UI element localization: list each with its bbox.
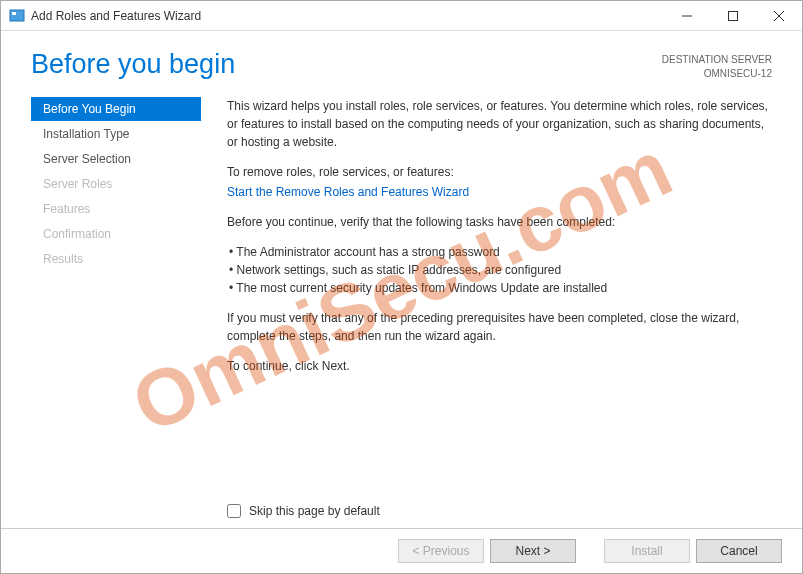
sidebar-item-confirmation: Confirmation — [31, 222, 201, 246]
skip-checkbox[interactable] — [227, 504, 241, 518]
window-controls — [664, 1, 802, 31]
close-button[interactable] — [756, 1, 802, 31]
next-button[interactable]: Next > — [490, 539, 576, 563]
list-item: The Administrator account has a strong p… — [227, 243, 772, 261]
sidebar-item-results: Results — [31, 247, 201, 271]
footer: < Previous Next > Install Cancel — [1, 528, 802, 573]
svg-rect-1 — [12, 12, 16, 15]
svg-rect-3 — [729, 11, 738, 20]
intro-text: This wizard helps you install roles, rol… — [227, 97, 772, 151]
titlebar: Add Roles and Features Wizard — [1, 1, 802, 31]
window-title: Add Roles and Features Wizard — [31, 9, 664, 23]
sidebar-item-features: Features — [31, 197, 201, 221]
svg-rect-0 — [10, 10, 24, 21]
sidebar: Before You Begin Installation Type Serve… — [31, 93, 201, 528]
destination-server: DESTINATION SERVER OMNISECU-12 — [662, 49, 772, 81]
list-item: The most current security updates from W… — [227, 279, 772, 297]
maximize-button[interactable] — [710, 1, 756, 31]
sidebar-item-server-selection[interactable]: Server Selection — [31, 147, 201, 171]
install-button: Install — [604, 539, 690, 563]
prereq-list: The Administrator account has a strong p… — [227, 243, 772, 297]
skip-label: Skip this page by default — [249, 502, 380, 520]
close-note: If you must verify that any of the prece… — [227, 309, 772, 345]
main-content: This wizard helps you install roles, rol… — [201, 93, 772, 528]
dest-label: DESTINATION SERVER — [662, 53, 772, 67]
verify-label: Before you continue, verify that the fol… — [227, 213, 772, 231]
remove-label: To remove roles, role services, or featu… — [227, 163, 772, 181]
list-item: Network settings, such as static IP addr… — [227, 261, 772, 279]
continue-note: To continue, click Next. — [227, 357, 772, 375]
sidebar-item-installation-type[interactable]: Installation Type — [31, 122, 201, 146]
minimize-button[interactable] — [664, 1, 710, 31]
sidebar-item-server-roles: Server Roles — [31, 172, 201, 196]
dest-name: OMNISECU-12 — [662, 67, 772, 81]
skip-checkbox-row: Skip this page by default — [227, 502, 380, 520]
remove-wizard-link[interactable]: Start the Remove Roles and Features Wiza… — [227, 185, 469, 199]
cancel-button[interactable]: Cancel — [696, 539, 782, 563]
sidebar-item-before-you-begin[interactable]: Before You Begin — [31, 97, 201, 121]
header: Before you begin DESTINATION SERVER OMNI… — [1, 31, 802, 93]
app-icon — [9, 8, 25, 24]
page-title: Before you begin — [31, 49, 662, 80]
previous-button: < Previous — [398, 539, 484, 563]
